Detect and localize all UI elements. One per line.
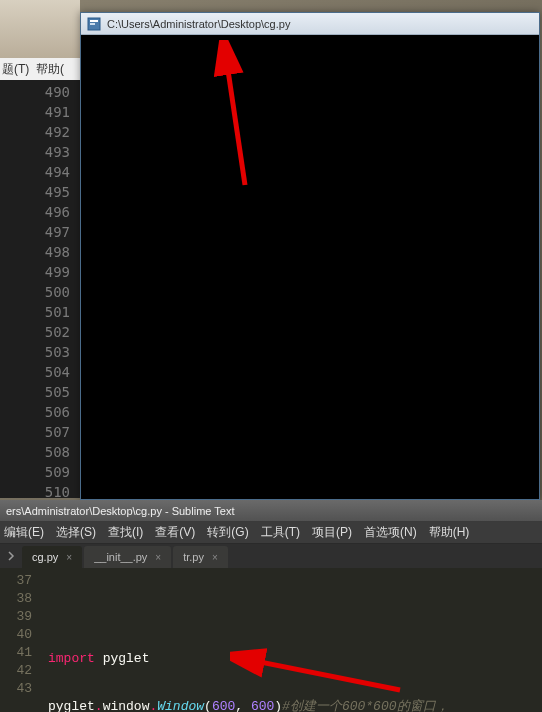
menu-help-fragment[interactable]: 帮助( xyxy=(36,61,64,78)
sublime-editor[interactable]: 37383940414243 import pyglet pyglet.wind… xyxy=(0,568,542,712)
menu-prefs[interactable]: 首选项(N) xyxy=(364,524,417,541)
line-number: 491 xyxy=(0,102,80,122)
menu-goto[interactable]: 转到(G) xyxy=(207,524,248,541)
line-number: 39 xyxy=(0,608,32,626)
line-number: 493 xyxy=(0,142,80,162)
line-number: 490 xyxy=(0,82,80,102)
tab-label: cg.py xyxy=(32,551,58,563)
pyglet-title-text: C:\Users\Administrator\Desktop\cg.py xyxy=(107,18,290,30)
line-number: 495 xyxy=(0,182,80,202)
tab-label: tr.py xyxy=(183,551,204,563)
menu-select[interactable]: 选择(S) xyxy=(56,524,96,541)
close-icon[interactable]: × xyxy=(212,552,218,563)
line-number: 501 xyxy=(0,302,80,322)
sublime-gutter: 37383940414243 xyxy=(0,568,40,712)
menu-help[interactable]: 帮助(H) xyxy=(429,524,470,541)
background-patch xyxy=(0,0,80,60)
left-editor-gutter: 4904914924934944954964974984995005015025… xyxy=(0,80,80,498)
line-number: 494 xyxy=(0,162,80,182)
line-number: 38 xyxy=(0,590,32,608)
code-line-37 xyxy=(48,602,542,620)
line-number: 41 xyxy=(0,644,32,662)
line-number: 503 xyxy=(0,342,80,362)
line-number: 496 xyxy=(0,202,80,222)
line-number: 510 xyxy=(0,482,80,502)
line-number: 507 xyxy=(0,422,80,442)
svg-rect-1 xyxy=(90,20,98,22)
sublime-menubar: 编辑(E) 选择(S) 查找(I) 查看(V) 转到(G) 工具(T) 项目(P… xyxy=(0,522,542,544)
sublime-code-area[interactable]: import pyglet pyglet.window.Window(600, … xyxy=(40,568,542,712)
tab-overflow-left-icon[interactable] xyxy=(0,544,22,568)
line-number: 37 xyxy=(0,572,32,590)
tab-label: __init__.py xyxy=(94,551,147,563)
svg-rect-2 xyxy=(90,23,95,25)
tab-__init__-py[interactable]: __init__.py× xyxy=(84,546,171,568)
line-number: 509 xyxy=(0,462,80,482)
tab-cg-py[interactable]: cg.py× xyxy=(22,546,82,568)
menu-theme-fragment[interactable]: 题(T) xyxy=(2,61,29,78)
line-number: 502 xyxy=(0,322,80,342)
code-line-39: pyglet.window.Window(600, 600)#创建一个600*6… xyxy=(48,698,542,712)
sublime-titlebar[interactable]: ers\Administrator\Desktop\cg.py - Sublim… xyxy=(0,500,542,522)
left-app-menubar-fragment: 题(T) 帮助( xyxy=(0,58,80,80)
line-number: 506 xyxy=(0,402,80,422)
pyglet-canvas[interactable] xyxy=(81,35,539,499)
menu-view[interactable]: 查看(V) xyxy=(155,524,195,541)
line-number: 492 xyxy=(0,122,80,142)
line-number: 500 xyxy=(0,282,80,302)
line-number: 498 xyxy=(0,242,80,262)
line-number: 43 xyxy=(0,680,32,698)
menu-find[interactable]: 查找(I) xyxy=(108,524,143,541)
sublime-window: ers\Administrator\Desktop\cg.py - Sublim… xyxy=(0,500,542,712)
pyglet-titlebar[interactable]: C:\Users\Administrator\Desktop\cg.py xyxy=(81,13,539,35)
menu-project[interactable]: 项目(P) xyxy=(312,524,352,541)
menu-edit[interactable]: 编辑(E) xyxy=(4,524,44,541)
sublime-title-text: ers\Administrator\Desktop\cg.py - Sublim… xyxy=(6,505,234,517)
line-number: 504 xyxy=(0,362,80,382)
line-number: 497 xyxy=(0,222,80,242)
line-number: 42 xyxy=(0,662,32,680)
close-icon[interactable]: × xyxy=(66,552,72,563)
code-line-38: import pyglet xyxy=(48,650,542,668)
line-number: 499 xyxy=(0,262,80,282)
line-number: 505 xyxy=(0,382,80,402)
sublime-tabbar: cg.py×__init__.py×tr.py× xyxy=(0,544,542,568)
line-number: 508 xyxy=(0,442,80,462)
tab-tr-py[interactable]: tr.py× xyxy=(173,546,228,568)
pyglet-window[interactable]: C:\Users\Administrator\Desktop\cg.py xyxy=(80,12,540,500)
menu-tools[interactable]: 工具(T) xyxy=(261,524,300,541)
line-number: 40 xyxy=(0,626,32,644)
app-icon xyxy=(87,17,101,31)
close-icon[interactable]: × xyxy=(155,552,161,563)
